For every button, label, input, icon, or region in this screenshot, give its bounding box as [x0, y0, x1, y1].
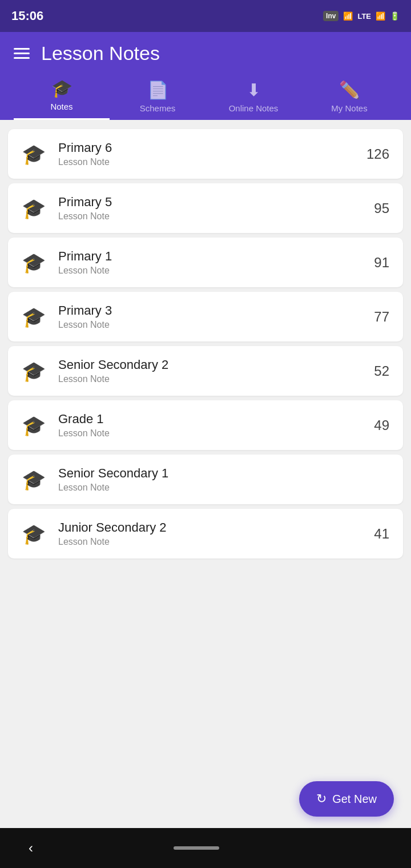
item-count: 41: [374, 526, 389, 542]
list-item[interactable]: 🎓 Junior Secondary 2 Lesson Note 41: [8, 509, 403, 558]
list-item[interactable]: 🎓 Senior Secondary 2 Lesson Note 52: [8, 346, 403, 396]
list-item[interactable]: 🎓 Grade 1 Lesson Note 49: [8, 400, 403, 450]
item-title: Senior Secondary 2: [58, 357, 374, 372]
status-bar: 15:06 Inv 📶 LTE 📶 🔋: [0, 0, 411, 32]
notes-icon: 🎓: [51, 78, 72, 98]
bottom-navigation-bar: ‹: [0, 828, 411, 868]
graduation-icon: 🎓: [22, 143, 46, 166]
signal-bars-icon: 📶: [376, 11, 385, 21]
header: Lesson Notes 🎓 Notes 📄 Schemes ⬇ Online …: [0, 32, 411, 120]
status-time: 15:06: [11, 9, 43, 23]
status-icons: Inv 📶 LTE 📶 🔋: [323, 11, 400, 21]
tab-my-notes-label: My Notes: [331, 103, 367, 113]
refresh-icon: ↻: [316, 791, 327, 806]
page-title: Lesson Notes: [41, 42, 160, 65]
tab-online-notes-label: Online Notes: [229, 103, 279, 113]
tab-bar: 🎓 Notes 📄 Schemes ⬇ Online Notes ✏️ My N…: [14, 74, 397, 120]
list-item[interactable]: 🎓 Primary 6 Lesson Note 126: [8, 129, 403, 179]
graduation-icon: 🎓: [22, 251, 46, 274]
item-title: Primary 1: [58, 249, 374, 264]
graduation-icon: 🎓: [22, 197, 46, 220]
header-top: Lesson Notes: [14, 42, 397, 65]
item-subtitle: Lesson Note: [58, 266, 374, 276]
nav-pill[interactable]: [174, 846, 219, 850]
tab-notes-label: Notes: [50, 102, 72, 111]
list-item[interactable]: 🎓 Primary 5 Lesson Note 95: [8, 183, 403, 233]
signal-icon: LTE: [357, 12, 371, 21]
item-count: 91: [374, 255, 389, 271]
item-title: Primary 5: [58, 195, 374, 210]
item-count: 95: [374, 200, 389, 216]
list-item[interactable]: 🎓 Senior Secondary 1 Lesson Note: [8, 455, 403, 504]
item-title: Primary 3: [58, 303, 374, 318]
item-subtitle: Lesson Note: [58, 483, 389, 493]
item-subtitle: Lesson Note: [58, 537, 374, 547]
item-subtitle: Lesson Note: [58, 211, 374, 222]
graduation-icon: 🎓: [22, 468, 46, 491]
graduation-icon: 🎓: [22, 360, 46, 383]
item-title: Senior Secondary 1: [58, 466, 389, 481]
item-title: Junior Secondary 2: [58, 520, 374, 535]
item-subtitle: Lesson Note: [58, 374, 374, 384]
item-count: 126: [366, 146, 389, 162]
graduation-icon: 🎓: [22, 306, 46, 328]
tab-online-notes[interactable]: ⬇ Online Notes: [206, 80, 301, 120]
tab-schemes-label: Schemes: [140, 103, 176, 113]
graduation-icon: 🎓: [22, 523, 46, 545]
item-count: 52: [374, 363, 389, 379]
my-notes-icon: ✏️: [339, 80, 360, 100]
menu-button[interactable]: [14, 48, 30, 59]
item-count: 77: [374, 309, 389, 325]
graduation-icon: 🎓: [22, 414, 46, 437]
tab-schemes[interactable]: 📄 Schemes: [110, 80, 206, 120]
battery-icon: 🔋: [390, 11, 400, 21]
wifi-icon: 📶: [343, 11, 353, 21]
inv-badge: Inv: [323, 11, 339, 21]
item-title: Primary 6: [58, 140, 366, 155]
back-button[interactable]: ‹: [29, 840, 33, 856]
item-subtitle: Lesson Note: [58, 157, 366, 167]
online-notes-icon: ⬇: [247, 80, 261, 100]
get-new-button[interactable]: ↻ Get New: [299, 781, 394, 817]
notes-list: 🎓 Primary 6 Lesson Note 126 🎓 Primary 5 …: [0, 120, 411, 828]
item-title: Grade 1: [58, 412, 374, 427]
tab-notes[interactable]: 🎓 Notes: [14, 78, 110, 120]
item-count: 49: [374, 417, 389, 433]
item-subtitle: Lesson Note: [58, 428, 374, 439]
list-item[interactable]: 🎓 Primary 1 Lesson Note 91: [8, 238, 403, 287]
get-new-label: Get New: [332, 793, 377, 806]
tab-my-notes[interactable]: ✏️ My Notes: [301, 80, 397, 120]
item-subtitle: Lesson Note: [58, 320, 374, 330]
list-item[interactable]: 🎓 Primary 3 Lesson Note 77: [8, 292, 403, 341]
schemes-icon: 📄: [147, 80, 168, 100]
